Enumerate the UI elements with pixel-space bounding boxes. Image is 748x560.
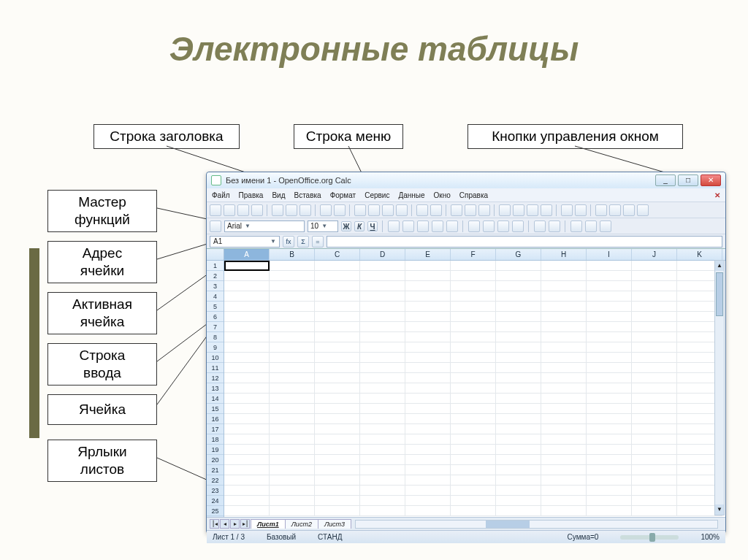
align-left-icon[interactable] bbox=[388, 220, 400, 232]
cell[interactable] bbox=[315, 506, 360, 516]
cell[interactable] bbox=[224, 291, 270, 302]
cell[interactable] bbox=[451, 281, 496, 291]
font-color-icon[interactable] bbox=[600, 220, 611, 232]
currency-icon[interactable] bbox=[468, 220, 480, 232]
cell[interactable] bbox=[496, 271, 541, 281]
cell[interactable] bbox=[451, 486, 496, 496]
row-header[interactable]: 14 bbox=[207, 394, 224, 404]
col-header[interactable]: A bbox=[224, 249, 270, 260]
cell[interactable] bbox=[224, 475, 270, 486]
cell[interactable] bbox=[451, 506, 496, 516]
cell[interactable] bbox=[541, 465, 587, 475]
cell[interactable] bbox=[496, 394, 541, 404]
col-header[interactable]: J bbox=[632, 249, 677, 260]
menu-edit[interactable]: Правка bbox=[237, 191, 266, 200]
sort-asc-icon[interactable] bbox=[465, 204, 476, 216]
cell[interactable] bbox=[541, 261, 587, 271]
cell[interactable] bbox=[315, 496, 360, 506]
copy-icon[interactable] bbox=[368, 204, 380, 216]
cell[interactable] bbox=[632, 302, 677, 312]
tab-nav-prev[interactable]: ◂ bbox=[220, 519, 229, 529]
menu-window[interactable]: Окно bbox=[432, 191, 453, 200]
cell[interactable] bbox=[451, 424, 496, 434]
cell[interactable] bbox=[224, 281, 270, 291]
cell[interactable] bbox=[270, 496, 315, 506]
cell[interactable] bbox=[270, 383, 315, 394]
cell[interactable] bbox=[496, 404, 541, 414]
email-icon[interactable] bbox=[251, 204, 263, 216]
row-header[interactable]: 25 bbox=[207, 506, 224, 516]
cell[interactable] bbox=[270, 261, 315, 271]
cell[interactable] bbox=[541, 312, 587, 322]
maximize-button[interactable]: □ bbox=[678, 174, 698, 186]
row-header[interactable]: 6 bbox=[207, 312, 224, 322]
styles-icon[interactable] bbox=[210, 220, 221, 232]
cell[interactable] bbox=[405, 445, 451, 455]
cell[interactable] bbox=[496, 486, 541, 496]
cell[interactable] bbox=[451, 312, 496, 322]
cell[interactable] bbox=[224, 271, 270, 281]
cell[interactable] bbox=[587, 363, 632, 373]
align-center-icon[interactable] bbox=[402, 220, 414, 232]
percent-icon[interactable] bbox=[483, 220, 495, 232]
cell[interactable] bbox=[587, 353, 632, 363]
tab-nav-last[interactable]: ▸⎮ bbox=[240, 519, 250, 529]
find-icon[interactable] bbox=[609, 204, 621, 216]
save-icon[interactable] bbox=[237, 204, 249, 216]
menu-tools[interactable]: Сервис bbox=[362, 191, 392, 200]
menu-data[interactable]: Данные bbox=[396, 191, 427, 200]
cell[interactable] bbox=[270, 363, 315, 373]
cell[interactable] bbox=[405, 261, 451, 271]
cell[interactable] bbox=[360, 414, 405, 424]
cell[interactable] bbox=[270, 404, 315, 414]
cell[interactable] bbox=[587, 445, 632, 455]
col-header[interactable]: F bbox=[451, 249, 496, 260]
tab-nav-first[interactable]: ⎮◂ bbox=[210, 519, 219, 529]
row-header[interactable]: 4 bbox=[207, 291, 224, 302]
cell[interactable] bbox=[541, 475, 587, 486]
cell[interactable] bbox=[587, 342, 632, 353]
cell[interactable] bbox=[632, 414, 677, 424]
cell[interactable] bbox=[541, 342, 587, 353]
row-header[interactable]: 8 bbox=[207, 332, 224, 342]
cell[interactable] bbox=[360, 424, 405, 434]
formula-input[interactable] bbox=[327, 236, 722, 248]
cell[interactable] bbox=[360, 302, 405, 312]
cell[interactable] bbox=[587, 383, 632, 394]
cell[interactable] bbox=[451, 261, 496, 271]
cell[interactable] bbox=[587, 261, 632, 271]
cell[interactable] bbox=[496, 353, 541, 363]
select-all-corner[interactable] bbox=[207, 249, 224, 261]
scroll-thumb[interactable] bbox=[716, 272, 723, 316]
row-header[interactable]: 11 bbox=[207, 363, 224, 373]
col-header[interactable]: G bbox=[496, 249, 541, 260]
cell[interactable] bbox=[587, 455, 632, 465]
cell[interactable] bbox=[315, 414, 360, 424]
cell[interactable] bbox=[541, 496, 587, 506]
cell[interactable] bbox=[451, 322, 496, 332]
font-name-combo[interactable]: Arial▼ bbox=[224, 220, 305, 232]
cell[interactable] bbox=[224, 383, 270, 394]
cell[interactable] bbox=[541, 353, 587, 363]
cell[interactable] bbox=[360, 383, 405, 394]
cell[interactable] bbox=[587, 373, 632, 383]
cell[interactable] bbox=[632, 383, 677, 394]
cell[interactable] bbox=[587, 291, 632, 302]
row-header[interactable]: 9 bbox=[207, 342, 224, 353]
cell[interactable] bbox=[496, 506, 541, 516]
cell[interactable] bbox=[405, 475, 451, 486]
cell[interactable] bbox=[405, 455, 451, 465]
cell[interactable] bbox=[224, 363, 270, 373]
cell[interactable] bbox=[451, 404, 496, 414]
cell[interactable] bbox=[541, 486, 587, 496]
cell[interactable] bbox=[632, 465, 677, 475]
cell[interactable] bbox=[587, 281, 632, 291]
cell[interactable] bbox=[451, 455, 496, 465]
row-header[interactable]: 19 bbox=[207, 445, 224, 455]
gallery-icon[interactable] bbox=[527, 204, 538, 216]
cell[interactable] bbox=[451, 383, 496, 394]
cell[interactable] bbox=[496, 465, 541, 475]
cell[interactable] bbox=[541, 434, 587, 445]
record-icon[interactable] bbox=[595, 204, 607, 216]
cell[interactable] bbox=[451, 445, 496, 455]
